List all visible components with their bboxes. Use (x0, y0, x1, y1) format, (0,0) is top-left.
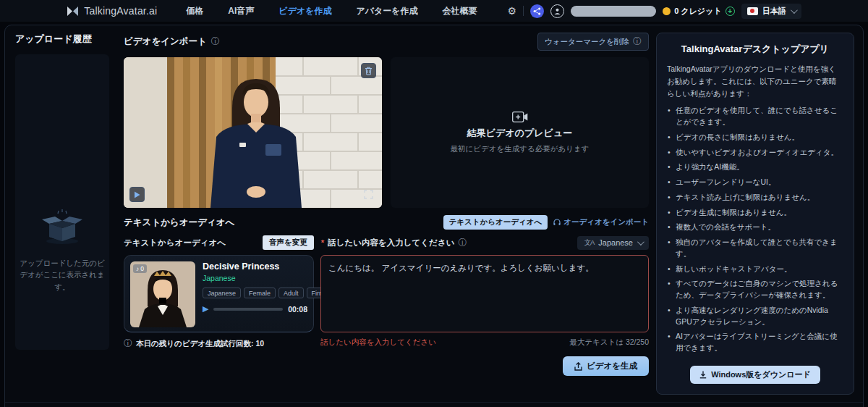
video-plus-icon (512, 112, 528, 122)
remove-watermark-button[interactable]: ウォーターマークを削除 ⓘ (537, 33, 649, 51)
top-nav: TalkingAvatar.ai 価格 AI音声 ビデオを作成 アバターを作成 … (0, 0, 868, 22)
script-error-text: 話したい内容を入力してください (320, 337, 436, 350)
voice-language: Japanese (203, 274, 307, 282)
brand-name: TalkingAvatar.ai (84, 5, 157, 17)
user-email-redacted (571, 6, 656, 17)
right-sidebar: TalkingAvatarデスクトップアプリ TalkingAvatarアプリの… (656, 25, 863, 402)
nav-item-create-avatar[interactable]: アバターを作成 (356, 5, 417, 17)
benefit-item: 複数人での会話をサポート。 (667, 222, 843, 233)
max-text-counter: 最大テキストは 32/250 (569, 337, 649, 350)
voice-tags: Japanese Female Adult Firm (203, 288, 307, 298)
voice-row-label: テキストからオーディオへ (124, 238, 263, 248)
benefit-item: より強力なAI機能。 (667, 161, 843, 173)
language-selector[interactable]: 日本語 (741, 4, 801, 19)
tab-import-audio[interactable]: オーディオをインポート (553, 217, 649, 227)
benefit-item: より高速なレンダリング速度のためのNvidia GPUアクセラレーション。 (667, 305, 843, 328)
import-video-title: ビデオをインポート (124, 35, 207, 48)
remove-watermark-label: ウォーターマークを削除 (545, 37, 629, 47)
user-avatar-icon[interactable] (550, 4, 564, 18)
export-icon (574, 362, 582, 371)
promo-benefits-list: 任意のビデオを使用して、誰にでも話させることができます。 ビデオの長さに制限はあ… (667, 105, 843, 358)
fullscreen-icon[interactable] (361, 187, 376, 202)
nav-divider (523, 6, 524, 16)
benefit-item: すべてのデータはご自身のマシンで処理されるため、データプライバシーが確保されます… (667, 278, 843, 301)
credits-badge: 0 クレジット + (663, 6, 734, 17)
benefit-item: テキスト読み上げに制限はありません。 (667, 192, 843, 204)
credits-label: 0 クレジット (674, 6, 721, 17)
language-label: 日本語 (762, 6, 786, 17)
play-video-icon[interactable] (129, 187, 145, 202)
script-textarea[interactable]: こんにちは。 アイスマイリーのえみりです。よろしくお願いします。 (320, 255, 649, 332)
nav-item-create-video[interactable]: ビデオを作成 (278, 5, 331, 17)
result-preview-subtitle: 最初にビデオを生成する必要があります (451, 144, 590, 154)
voice-card[interactable]: ♪ 0 Decisive Princess Japanese Japanese … (124, 255, 314, 332)
voice-sample-player: ▶ 00:08 (203, 304, 307, 314)
voice-avatar: ♪ 0 (130, 261, 195, 327)
presenter-video-thumbnail (124, 57, 382, 208)
promo-title: TalkingAvatarデスクトップアプリ (667, 43, 843, 56)
import-video-title-row: ビデオをインポート ⓘ (124, 35, 220, 48)
voice-tag: Female (244, 288, 276, 298)
add-credits-icon[interactable]: + (726, 7, 735, 16)
benefit-item: 独自のアバターを作成して誰とでも共有できます。 (667, 237, 843, 260)
result-video-placeholder: 結果ビデオのプレビュー 最初にビデオを生成する必要があります (391, 57, 649, 208)
text-to-audio-title: テキストからオーディオへ (124, 217, 234, 229)
voice-name: Decisive Princess (203, 261, 307, 272)
brand[interactable]: TalkingAvatar.ai (67, 5, 157, 17)
script-input-label-text: 話したい内容を入力してください (328, 238, 454, 248)
empty-box-icon (39, 208, 85, 246)
sample-progress-track[interactable] (213, 308, 283, 311)
main-frame: アップロード履歴 アップロードした元のビデオがここに表示されます。 (4, 25, 864, 407)
generate-video-label: ビデオを生成 (587, 361, 637, 372)
sample-duration: 00:08 (288, 305, 307, 314)
info-icon: ⓘ (124, 337, 132, 350)
nav-item-company[interactable]: 会社概要 (443, 5, 477, 17)
voice-tag: Adult (278, 288, 304, 298)
settings-gear-icon[interactable]: ⚙ (508, 6, 517, 16)
nav-right-cluster: ⚙ 0 クレジット + 日本語 (508, 4, 801, 19)
nav-item-pricing[interactable]: 価格 (186, 5, 203, 17)
tab-text-to-audio[interactable]: テキストからオーディオへ (443, 215, 548, 230)
promo-intro: TalkingAvatarアプリのダウンロードと使用を強くお勧めします。これには… (667, 63, 843, 99)
script-language-value: Japanese (598, 238, 633, 247)
script-input-label: * 話したい内容を入力してください ⓘ (321, 237, 467, 249)
info-icon[interactable]: ⓘ (458, 237, 467, 249)
music-note-icon: ♪ (136, 265, 139, 272)
credit-coin-icon (663, 7, 671, 15)
translate-icon: 文A (584, 238, 594, 248)
upload-history-sidebar: アップロード履歴 アップロードした元のビデオがここに表示されます。 (5, 25, 115, 402)
voice-tag: Japanese (203, 288, 241, 298)
uploaded-video-preview[interactable] (124, 57, 382, 208)
nav-menu: 価格 AI音声 ビデオを作成 アバターを作成 会社概要 (186, 5, 477, 17)
chevron-down-icon (791, 7, 798, 14)
upload-history-empty-panel: アップロードした元のビデオがここに表示されます。 (15, 54, 109, 350)
tab-import-audio-label: オーディオをインポート (563, 217, 649, 227)
play-sample-icon[interactable]: ▶ (203, 304, 208, 314)
upload-history-title: アップロード履歴 (15, 33, 115, 46)
generate-video-button[interactable]: ビデオを生成 (563, 356, 649, 376)
desktop-app-promo: TalkingAvatarデスクトップアプリ TalkingAvatarアプリの… (656, 33, 854, 395)
benefit-item: ビデオ生成に制限はありません。 (667, 207, 843, 219)
download-windows-button[interactable]: Windows版をダウンロード (690, 366, 820, 384)
benefit-item: 新しいポッドキャストアバター。 (667, 264, 843, 275)
share-icon[interactable] (530, 4, 544, 18)
center-column: ビデオをインポート ⓘ ウォーターマークを削除 ⓘ (115, 25, 656, 402)
upload-history-empty-text: アップロードした元のビデオがここに表示されます。 (15, 257, 109, 293)
benefit-item: ユーザーフレンドリーなUI。 (667, 177, 843, 188)
nav-item-ai-voice[interactable]: AI音声 (228, 5, 254, 17)
script-language-select[interactable]: 文A Japanese (577, 236, 649, 250)
delete-video-icon[interactable] (361, 63, 376, 78)
download-icon (699, 371, 707, 379)
benefit-item: ビデオの長さに制限はありません。 (667, 132, 843, 143)
brand-logo-icon (67, 5, 79, 17)
change-voice-button[interactable]: 音声を変更 (263, 235, 314, 250)
info-icon[interactable]: ⓘ (211, 35, 220, 48)
required-asterisk: * (321, 238, 324, 247)
recent-videos-section: 最近の作成ビデオ (5, 402, 863, 407)
benefit-item: 任意のビデオを使用して、誰にでも話させることができます。 (667, 105, 843, 128)
voice-badge-count: 0 (140, 265, 144, 272)
download-windows-label: Windows版をダウンロード (711, 369, 811, 380)
benefit-item: AIアバターはライブストリーミングと会議に使用できます。 (667, 331, 843, 354)
info-icon: ⓘ (633, 35, 642, 48)
result-preview-title: 結果ビデオのプレビュー (467, 127, 572, 140)
